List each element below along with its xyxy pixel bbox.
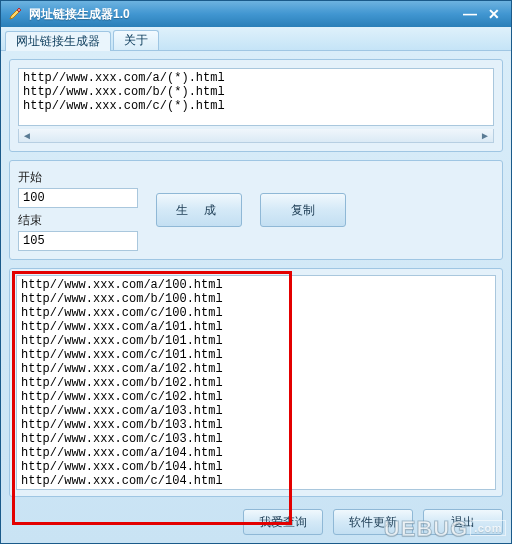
scroll-right-icon[interactable]: ► [479,131,491,141]
start-label: 开始 [18,169,138,186]
tab-about[interactable]: 关于 [113,30,159,50]
tab-strip: 网址链接生成器 关于 [1,27,511,51]
client-area: ◄ ► 开始 结束 生 成 复制 [1,51,511,543]
tab-generator[interactable]: 网址链接生成器 [5,31,111,51]
window-title: 网址链接生成器1.0 [29,6,457,23]
generate-button[interactable]: 生 成 [156,193,242,227]
controls-panel: 开始 结束 生 成 复制 [9,160,503,260]
update-button[interactable]: 软件更新 [333,509,413,535]
end-input[interactable] [18,231,138,251]
tab-label: 关于 [124,32,148,49]
title-bar[interactable]: 网址链接生成器1.0 — ✕ [1,1,511,27]
minimize-button[interactable]: — [459,5,481,23]
output-textarea[interactable] [16,275,496,490]
exit-button[interactable]: 退出 [423,509,503,535]
output-panel [9,268,503,497]
template-panel: ◄ ► [9,59,503,152]
app-window: 网址链接生成器1.0 — ✕ 网址链接生成器 关于 ◄ ► 开始 [0,0,512,544]
start-input[interactable] [18,188,138,208]
close-button[interactable]: ✕ [483,5,505,23]
template-textarea[interactable] [18,68,494,126]
scroll-left-icon[interactable]: ◄ [21,131,33,141]
end-label: 结束 [18,212,138,229]
tab-label: 网址链接生成器 [16,33,100,50]
query-button[interactable]: 我爱查询 [243,509,323,535]
footer-bar: 我爱查询 软件更新 退出 [9,505,503,535]
copy-button[interactable]: 复制 [260,193,346,227]
pencil-icon [7,6,23,22]
horizontal-scrollbar[interactable]: ◄ ► [18,129,494,143]
